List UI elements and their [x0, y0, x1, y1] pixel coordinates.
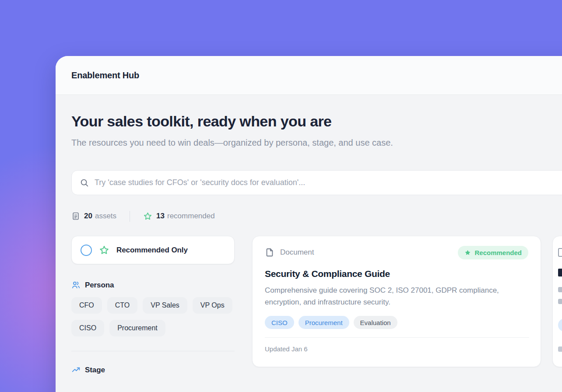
stage-section-heading: Stage [71, 365, 235, 374]
panel-body: Your sales toolkit, ready when you are T… [56, 95, 562, 374]
panel-header: Enablement Hub [56, 56, 562, 95]
asset-description-fragment [558, 299, 562, 304]
page-title: Enablement Hub [71, 70, 139, 80]
tag-procurement[interactable]: Procurement [299, 316, 349, 329]
asset-type-label: Document [280, 248, 314, 257]
stats-divider [130, 211, 130, 222]
persona-pill-cfo[interactable]: CFO [71, 297, 102, 314]
recommended-only-label: Recommended Only [116, 246, 188, 255]
search-bar[interactable] [71, 170, 562, 195]
persona-section-heading: Persona [71, 280, 235, 290]
tag-evaluation[interactable]: Evaluation [354, 316, 397, 329]
asset-description-fragment [558, 287, 562, 292]
filters-sidebar: Recommended Only Persona CFO CTO VP Sale… [71, 236, 235, 374]
hero-subtitle: The resources you need to win deals—orga… [71, 136, 428, 150]
enablement-hub-panel: Enablement Hub Your sales toolkit, ready… [56, 56, 562, 392]
trending-up-icon [71, 365, 81, 374]
star-icon [99, 245, 109, 256]
asset-title-fragment [558, 269, 562, 276]
asset-card-partial[interactable] [552, 236, 562, 367]
persona-label: Persona [85, 281, 114, 290]
search-input[interactable] [95, 178, 562, 187]
recommended-count: 13 [156, 212, 165, 220]
document-icon [71, 212, 80, 220]
asset-card-security-compliance-guide[interactable]: Document Recommended Security & Complian… [252, 236, 541, 367]
tag-fragment [558, 318, 562, 332]
persona-pill-vp-ops[interactable]: VP Ops [193, 297, 232, 314]
hero-title: Your sales toolkit, ready when you are [71, 113, 562, 130]
persona-pill-procurement[interactable]: Procurement [109, 320, 165, 336]
persona-pill-cto[interactable]: CTO [107, 297, 137, 314]
asset-title: Security & Compliance Guide [265, 269, 528, 279]
asset-updated-fragment [558, 346, 562, 352]
file-icon [558, 248, 562, 257]
tag-ciso[interactable]: CISO [265, 316, 294, 329]
assets-stat: 20 assets [71, 212, 116, 220]
recommended-badge: Recommended [458, 246, 528, 259]
asset-description: Comprehensive guide covering SOC 2, ISO … [265, 284, 523, 308]
recommended-only-toggle[interactable]: Recommended Only [71, 236, 235, 264]
assets-count: 20 [84, 212, 92, 220]
users-icon [71, 280, 81, 290]
stats-row: 20 assets 13 recommended [71, 210, 562, 222]
toggle-circle-icon[interactable] [81, 245, 92, 256]
asset-tags: CISO Procurement Evaluation [265, 316, 528, 329]
persona-pill-vp-sales[interactable]: VP Sales [143, 297, 187, 314]
search-icon [80, 178, 89, 188]
stage-label: Stage [85, 366, 105, 374]
sidebar-divider [71, 351, 235, 351]
recommended-stat: 13 recommended [143, 212, 215, 221]
star-filled-icon [464, 249, 471, 256]
persona-pills: CFO CTO VP Sales VP Ops CISO Procurement [71, 297, 235, 336]
asset-updated: Updated Jan 6 [265, 345, 528, 353]
card-divider [265, 337, 529, 338]
persona-pill-ciso[interactable]: CISO [71, 320, 104, 336]
star-icon [143, 212, 152, 221]
asset-cards: Document Recommended Security & Complian… [252, 236, 562, 367]
assets-label: assets [95, 212, 116, 220]
file-icon [265, 248, 274, 257]
recommended-label: recommended [167, 212, 215, 220]
